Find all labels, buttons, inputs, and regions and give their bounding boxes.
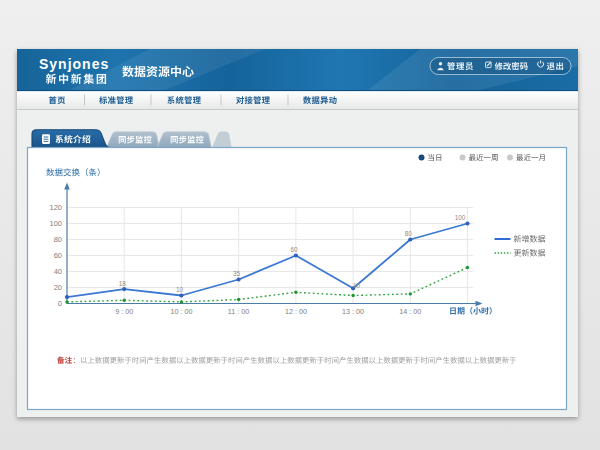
svg-text:60: 60 <box>290 246 298 253</box>
svg-text:40: 40 <box>54 267 62 276</box>
svg-text:35: 35 <box>233 270 241 277</box>
svg-text:100: 100 <box>455 214 466 221</box>
svg-text:0: 0 <box>58 299 62 308</box>
svg-text:18: 18 <box>119 280 127 287</box>
svg-text:10 : 00: 10 : 00 <box>170 307 192 316</box>
svg-text:11 : 00: 11 : 00 <box>228 307 249 316</box>
svg-text:100: 100 <box>49 219 62 228</box>
svg-text:80: 80 <box>54 235 62 244</box>
svg-text:80: 80 <box>405 230 413 237</box>
svg-text:9 : 00: 9 : 00 <box>115 307 133 316</box>
svg-text:120: 120 <box>49 203 62 212</box>
svg-text:Synjones: Synjones <box>39 56 109 72</box>
svg-text:60: 60 <box>54 251 62 260</box>
svg-text:20: 20 <box>54 283 62 292</box>
svg-text:13 : 00: 13 : 00 <box>342 307 364 316</box>
svg-text:12 : 00: 12 : 00 <box>285 307 307 316</box>
svg-text:10: 10 <box>353 282 361 289</box>
svg-text:14 : 00: 14 : 00 <box>399 307 421 316</box>
svg-text:10: 10 <box>176 286 184 293</box>
